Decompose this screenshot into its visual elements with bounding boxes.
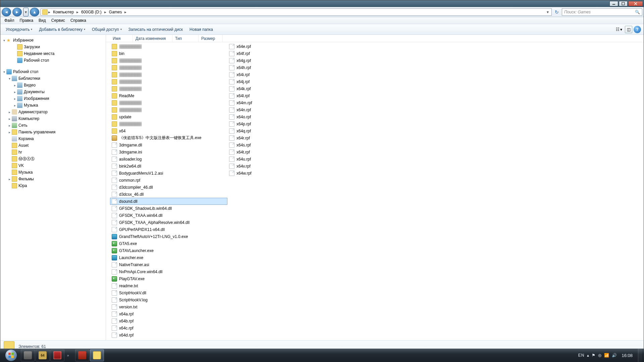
file-item[interactable]: update	[110, 113, 227, 120]
tree-item[interactable]: ▸Панель управления	[0, 129, 106, 135]
tree-item[interactable]: hr	[0, 149, 106, 156]
file-item[interactable]: x64o.rpf	[227, 113, 345, 120]
file-item[interactable]: x64u.rpf	[227, 156, 345, 163]
file-item[interactable]: ████████	[110, 85, 227, 92]
file-item[interactable]: readme.txt	[110, 282, 227, 289]
preview-pane-button[interactable]: ◫	[625, 26, 632, 33]
minimize-button[interactable]	[609, 1, 618, 6]
file-item[interactable]: NvPmApi.Core.win64.dll	[110, 268, 227, 275]
window-titlebar[interactable]	[0, 0, 644, 7]
file-item[interactable]: x64a.rpf	[110, 310, 227, 317]
col-date[interactable]: Дата изменения	[133, 35, 172, 42]
file-item[interactable]: ReadMe	[110, 92, 227, 99]
organize-button[interactable]: Упорядочить▾	[3, 26, 35, 33]
breadcrumb-folder[interactable]: Games	[107, 9, 124, 15]
tray-app-icon[interactable]: ◎	[598, 353, 601, 358]
taskbar-pinned-item[interactable]	[50, 349, 64, 361]
chevron-right-icon[interactable]: ▸	[104, 10, 106, 14]
taskbar-overflow-chevron[interactable]: »	[65, 354, 71, 357]
tree-item[interactable]: Корзина	[0, 135, 106, 142]
file-item[interactable]: PlayGTAV.exe	[110, 275, 227, 282]
taskbar-running-item[interactable]	[90, 349, 104, 361]
navigation-tree[interactable]: ▾★ИзбранноеЗагрузкиНедавние местаРабочий…	[0, 35, 106, 340]
file-item[interactable]: x64p.rpf	[227, 120, 345, 127]
tree-desktop[interactable]: ▾Рабочий стол	[0, 68, 106, 75]
file-item[interactable]: x64v.rpf	[227, 163, 345, 170]
tree-fav-item[interactable]: Недавние места	[0, 50, 106, 57]
file-item[interactable]: x64l.rpf	[227, 92, 345, 99]
tree-fav-item[interactable]: Рабочий стол	[0, 57, 106, 64]
file-item[interactable]: x64s.rpf	[227, 141, 345, 148]
taskbar-clock[interactable]: 16:08	[620, 353, 635, 358]
file-item[interactable]: x64e.rpf	[227, 43, 345, 50]
file-item[interactable]: Launcher.exe	[110, 254, 227, 261]
file-item[interactable]: dsound.dll	[110, 198, 227, 205]
tree-item[interactable]: ▸Администратор	[0, 109, 106, 115]
file-item[interactable]: GrandTheftAutoV+12Tr-LNG_v1.0.exe	[110, 233, 227, 240]
share-button[interactable]: Общий доступ▾	[89, 26, 124, 33]
file-item[interactable]: x64i.rpf	[227, 71, 345, 78]
file-item[interactable]: x64j.rpf	[227, 78, 345, 85]
chevron-right-icon[interactable]: ▸	[76, 10, 78, 14]
tree-item[interactable]: Музыка	[0, 169, 106, 176]
add-to-library-button[interactable]: Добавить в библиотеку▾	[36, 26, 88, 33]
file-item[interactable]: x64h.rpf	[227, 64, 345, 71]
file-item[interactable]: x64r.rpf	[227, 134, 345, 141]
tree-subitem[interactable]: ▸Видео	[0, 82, 106, 88]
file-item[interactable]: x64t.rpf	[227, 148, 345, 156]
file-item[interactable]: GTAVLauncher.exe	[110, 247, 227, 254]
tree-item[interactable]: ⓂⒷⒶⓈ	[0, 156, 106, 162]
menu-help[interactable]: Справка	[68, 17, 89, 23]
file-item[interactable]: ████████	[110, 57, 227, 64]
tree-subitem[interactable]: ▸Документы	[0, 88, 106, 95]
chevron-right-icon[interactable]: ▸	[124, 10, 126, 14]
tree-item[interactable]: Asset	[0, 142, 106, 149]
file-item[interactable]: 3dmgame.dll	[110, 141, 227, 148]
nav-back-button[interactable]: ◄	[2, 8, 11, 16]
menu-tools[interactable]: Сервис	[49, 17, 68, 23]
file-item[interactable]: x64d.rpf	[110, 331, 227, 339]
file-item[interactable]: GFSDK_TXAA_AlphaResolve.win64.dll	[110, 219, 227, 226]
file-item[interactable]: x64n.rpf	[227, 106, 345, 113]
file-item[interactable]: common.rpf	[110, 177, 227, 184]
file-item[interactable]: bink2w64.dll	[110, 163, 227, 170]
col-size[interactable]: Размер	[199, 35, 223, 42]
nav-forward-button[interactable]: ►	[12, 8, 22, 16]
burn-button[interactable]: Записать на оптический диск	[126, 26, 186, 33]
nav-up-button[interactable]: ▲	[30, 8, 39, 16]
refresh-button[interactable]: ↻	[553, 9, 560, 15]
file-item[interactable]: GPUPerfAPIDX11-x64.dll	[110, 226, 227, 233]
file-item[interactable]: x64f.rpf	[227, 50, 345, 57]
menu-file[interactable]: Файл	[2, 17, 17, 23]
file-item[interactable]: 《侠盗猎车5》中文版注册表一键恢复工具.exe	[110, 134, 227, 141]
file-item[interactable]: x64q.rpf	[227, 127, 345, 134]
file-item[interactable]: ████████	[110, 120, 227, 127]
taskbar[interactable]: 64 » EN ▴ ⚑ ◎ 📶 🔊 16:08	[0, 349, 644, 362]
nav-history-dropdown[interactable]: ▾	[23, 8, 29, 16]
file-item[interactable]: ScriptHookV.log	[110, 296, 227, 303]
file-item[interactable]: ████████	[110, 71, 227, 78]
file-item[interactable]: bin	[110, 50, 227, 57]
file-item[interactable]: d3dcompiler_46.dll	[110, 184, 227, 191]
file-item[interactable]: version.txt	[110, 303, 227, 310]
tree-item[interactable]: ▾Библиотеки	[0, 75, 106, 82]
tree-item[interactable]: Юра	[0, 182, 106, 189]
file-item[interactable]: GFSDK_TXAA.win64.dll	[110, 212, 227, 219]
help-button[interactable]: ?	[634, 26, 641, 33]
tree-item[interactable]: ▸Фильмы	[0, 176, 106, 182]
close-button[interactable]	[628, 1, 643, 6]
file-item[interactable]: ████████	[110, 43, 227, 50]
file-item[interactable]: ScriptHookV.dll	[110, 289, 227, 296]
tree-item[interactable]: ▸Сеть	[0, 122, 106, 129]
new-folder-button[interactable]: Новая папка	[187, 26, 216, 33]
file-item[interactable]: x64g.rpf	[227, 57, 345, 64]
tree-subitem[interactable]: ▸Изображения	[0, 95, 106, 102]
taskbar-pinned-item[interactable]	[21, 349, 35, 361]
file-item[interactable]: BodyguardMenuV1.2.asi	[110, 170, 227, 177]
tree-item[interactable]: ▸Компьютер	[0, 115, 106, 122]
start-button[interactable]	[2, 349, 20, 362]
tree-fav-item[interactable]: Загрузки	[0, 44, 106, 50]
file-item[interactable]: x64c.rpf	[110, 324, 227, 331]
col-type[interactable]: Тип	[172, 35, 199, 42]
file-item[interactable]: GTA5.exe	[110, 240, 227, 247]
